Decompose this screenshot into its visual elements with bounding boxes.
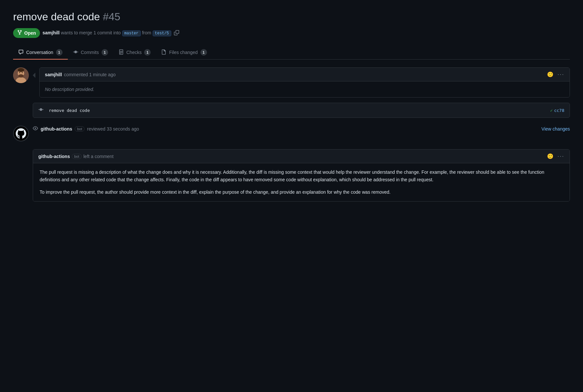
tab-conversation-count: 1 <box>56 49 63 56</box>
pr-meta: samjhill wants to merge 1 commit into ma… <box>43 30 171 36</box>
comment-time: 1 minute ago <box>89 72 116 77</box>
base-branch-badge[interactable]: master <box>122 30 141 36</box>
tab-conversation[interactable]: Conversation 1 <box>13 46 68 60</box>
svg-point-5 <box>22 72 23 73</box>
review-action: reviewed <box>87 126 105 132</box>
tab-checks-label: Checks <box>126 50 142 55</box>
timeline: samjhill commented 1 minute ago 🙂 ··· No… <box>13 67 570 201</box>
status-label: Open <box>24 30 36 36</box>
tab-files-changed-label: Files changed <box>169 50 197 55</box>
view-changes-link[interactable]: View changes <box>541 126 570 132</box>
review-author[interactable]: github-actions <box>41 126 72 132</box>
review-meta: reviewed 33 seconds ago <box>87 126 139 132</box>
svg-point-4 <box>19 72 20 73</box>
svg-point-3 <box>18 74 24 78</box>
commits-icon <box>73 49 78 56</box>
review-comment-menu-button[interactable]: ··· <box>557 153 564 160</box>
comment-meta: commented 1 minute ago <box>64 72 116 77</box>
pr-title-text: remove dead code <box>13 11 100 23</box>
comment-header: samjhill commented 1 minute ago 🙂 ··· <box>40 68 570 81</box>
reviewer-bot-badge: bot <box>75 126 84 132</box>
first-comment-wrapper: samjhill commented 1 minute ago 🙂 ··· No… <box>13 67 570 98</box>
review-comment-header-left: github-actions bot left a comment <box>38 154 114 159</box>
checks-icon <box>119 49 124 56</box>
tab-checks[interactable]: Checks 1 <box>113 46 156 60</box>
tab-conversation-label: Conversation <box>26 50 53 55</box>
review-eye-icon <box>33 126 38 132</box>
comment-action: commented <box>64 72 88 77</box>
review-comment-action: left a comment <box>84 154 114 159</box>
commit-check-status: ✓ cc78 <box>550 108 564 113</box>
review-comment-box: github-actions bot left a comment 🙂 ··· … <box>33 149 570 201</box>
commit-row: remove dead code ✓ cc78 <box>33 103 570 118</box>
tab-files-changed[interactable]: Files changed 1 <box>156 46 212 60</box>
commit-message: remove dead code <box>49 108 545 113</box>
copy-branch-icon[interactable] <box>174 30 179 36</box>
files-changed-icon <box>161 49 166 56</box>
comment-body: No description provided. <box>40 81 570 97</box>
merge-icon <box>17 30 22 36</box>
from-text: from <box>142 30 153 35</box>
review-comment-body: The pull request is missing a descriptio… <box>33 163 570 201</box>
review-comment-action-text: left a comment <box>84 154 114 159</box>
review-comment-paragraph1: The pull request is missing a descriptio… <box>40 169 563 183</box>
pr-author[interactable]: samjhill <box>43 30 60 35</box>
comment-header-left: samjhill commented 1 minute ago <box>45 72 116 77</box>
review-comment-paragraph2: To improve the pull request, the author … <box>40 188 563 196</box>
tab-files-changed-count: 1 <box>200 49 207 56</box>
commit-dot-icon <box>38 107 44 114</box>
svg-point-6 <box>18 68 24 72</box>
commit-check-icon: ✓ <box>550 108 553 113</box>
status-badge: Open <box>13 28 40 38</box>
tab-commits-count: 1 <box>102 49 108 56</box>
pr-action-label: wants to merge 1 commit into <box>61 30 122 35</box>
conversation-icon <box>18 49 24 56</box>
pr-tabs: Conversation 1 Commits 1 Checks 1 <box>13 46 570 60</box>
tab-commits[interactable]: Commits 1 <box>68 46 113 60</box>
comment-pointer <box>33 73 35 78</box>
comment-body-text: No description provided. <box>45 87 564 92</box>
samjhill-avatar <box>13 67 29 83</box>
comment-author[interactable]: samjhill <box>45 72 62 77</box>
review-comment-header: github-actions bot left a comment 🙂 ··· <box>33 150 570 163</box>
emoji-reaction-button[interactable]: 🙂 <box>547 71 554 78</box>
review-comment-bot-badge: bot <box>72 154 81 159</box>
review-comment-section: github-actions bot left a comment 🙂 ··· … <box>33 149 570 201</box>
pr-title: remove dead code #45 <box>13 10 570 23</box>
head-branch-badge[interactable]: test/5 <box>153 30 171 36</box>
comment-header-right: 🙂 ··· <box>547 71 564 78</box>
tab-checks-count: 1 <box>144 49 151 56</box>
review-comment-header-right: 🙂 ··· <box>547 153 564 160</box>
review-event-info: github-actions bot reviewed 33 seconds a… <box>33 126 570 132</box>
review-emoji-reaction-button[interactable]: 🙂 <box>547 153 554 159</box>
github-actions-avatar <box>13 126 29 141</box>
review-time: 33 seconds ago <box>107 126 139 132</box>
pr-number: #45 <box>103 11 120 23</box>
first-comment-box: samjhill commented 1 minute ago 🙂 ··· No… <box>39 67 570 98</box>
tab-commits-label: Commits <box>81 50 99 55</box>
pr-status-row: Open samjhill wants to merge 1 commit in… <box>13 28 570 38</box>
commit-hash[interactable]: cc78 <box>554 108 564 113</box>
review-comment-author[interactable]: github-actions <box>38 154 70 159</box>
comment-menu-button[interactable]: ··· <box>557 71 564 78</box>
review-event: github-actions bot reviewed 33 seconds a… <box>13 126 570 141</box>
